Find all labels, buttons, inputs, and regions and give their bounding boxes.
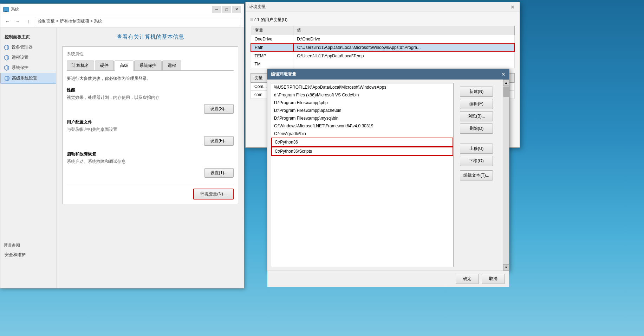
window-controls: ─ □ ✕ <box>212 6 241 13</box>
tab-hardware[interactable]: 硬件 <box>95 61 114 70</box>
performance-settings-button[interactable]: 设置(S)... <box>204 104 234 114</box>
path-item[interactable]: C:\Windows\Microsoft.NET\Framework64\v4.… <box>271 122 453 130</box>
sidebar-label: 设备管理器 <box>12 44 33 50</box>
scroll-up-arrow[interactable]: ▲ <box>503 80 509 86</box>
table-row-path[interactable]: Path C:\Users\llh11\AppData\Local\Micros… <box>251 43 514 52</box>
col-var: 变量 <box>251 26 293 35</box>
sidebar-item-device-manager[interactable]: 设备管理器 <box>0 42 56 52</box>
edit-env-titlebar: 编辑环境变量 ✕ <box>267 69 509 80</box>
col-val: 值 <box>293 26 514 35</box>
sidebar-item-sys-protect[interactable]: 系统保护 <box>0 63 56 73</box>
window-title: 系统 <box>11 6 210 12</box>
sidebar-item-security[interactable]: 安全和维护 <box>3 250 29 260</box>
path-item-python36[interactable]: C:\Python36 <box>271 138 453 147</box>
move-down-button[interactable]: 下移(O) <box>460 156 493 166</box>
edit-text-button[interactable]: 编辑文本(T)... <box>460 170 493 180</box>
path-item[interactable]: d:\Program Files (x86)\Microsoft VS Code… <box>271 91 453 99</box>
table-row[interactable]: TM <box>251 60 514 68</box>
window-icon <box>3 7 9 12</box>
path-item[interactable]: D:\Program Files\xampp\apache\bin <box>271 107 453 114</box>
path-item[interactable]: D:\Program Files\xampp\mysql\bin <box>271 114 453 122</box>
tab-remote[interactable]: 远程 <box>162 61 181 70</box>
user-profiles-settings-button[interactable]: 设置(E)... <box>204 136 234 146</box>
svg-rect-2 <box>4 12 8 12</box>
path-item[interactable]: C:\env\gradle\bin <box>271 130 453 138</box>
move-up-button[interactable]: 上移(U) <box>460 144 493 154</box>
user-profiles-section: 用户配置文件 与登录帐户相关的桌面设置 设置(E)... <box>67 119 234 146</box>
back-button[interactable]: ← <box>3 17 12 26</box>
sidebar-item-remote[interactable]: 远程设置 <box>0 52 56 63</box>
startup-desc: 系统启动、系统故障和调试信息 <box>67 159 234 165</box>
system-window: 系统 ─ □ ✕ ← → ↑ 控制面板 > 所有控制面板项 > 系统 控制面板主… <box>0 4 244 289</box>
path-list-area: %USERPROFILE%\AppData\Local\Microsoft\Wi… <box>267 80 457 271</box>
env-btn-row: 环境变量(N)... <box>67 185 234 199</box>
delete-path-button[interactable]: 删除(D) <box>460 123 493 134</box>
env-vars-close-button[interactable]: ✕ <box>509 4 516 10</box>
user-vars-table: 变量 值 OneDrive D:\OneDrive Path C:\Users\… <box>251 26 515 68</box>
performance-section: 性能 视觉效果，处理器计划，内存使用，以及虚拟内存 设置(S)... <box>67 87 234 114</box>
ok-button[interactable]: 确定 <box>456 274 479 284</box>
main-content: 查看有关计算机的基本信息 系统属性 计算机名 硬件 高级 系统保护 远程 要进行… <box>57 28 244 288</box>
address-field[interactable]: 控制面板 > 所有控制面板项 > 系统 <box>35 17 241 26</box>
table-row[interactable]: OneDrive D:\OneDrive <box>251 35 514 44</box>
svg-rect-1 <box>5 11 7 12</box>
address-bar: ← → ↑ 控制面板 > 所有控制面板项 > 系统 <box>0 15 244 28</box>
env-vars-window-title: 环境变量 <box>249 4 509 10</box>
table-row[interactable]: TEMP C:\Users\llh11\AppData\Local\Temp <box>251 52 514 60</box>
sidebar: 控制面板主页 设备管理器 远程设置 系统保护 高级系统设置 <box>0 28 57 288</box>
var-value: D:\OneDrive <box>293 35 514 44</box>
maximize-button[interactable]: □ <box>222 6 231 13</box>
tab-computer-name[interactable]: 计算机名 <box>67 61 94 70</box>
sidebar-label: 高级系统设置 <box>12 75 37 81</box>
tab-advanced[interactable]: 高级 <box>115 61 134 71</box>
var-value: C:\Users\llh11\AppData\Local\Microsoft\W… <box>293 43 514 52</box>
new-path-button[interactable]: 新建(N) <box>460 87 493 97</box>
forward-button[interactable]: → <box>14 17 22 26</box>
var-value <box>293 60 514 68</box>
edit-env-close-button[interactable]: ✕ <box>501 71 506 77</box>
scrollbar[interactable]: ▲ ▼ <box>503 80 509 271</box>
sidebar-label: 系统保护 <box>12 65 28 71</box>
startup-settings-button[interactable]: 设置(T)... <box>204 168 234 178</box>
scroll-down-arrow[interactable]: ▼ <box>503 264 509 271</box>
path-item-python36-scripts[interactable]: C:\Python36\Scripts <box>271 147 453 156</box>
var-name: TEMP <box>251 52 293 60</box>
scroll-thumb[interactable] <box>503 87 509 97</box>
path-listbox[interactable]: %USERPROFILE%\AppData\Local\Microsoft\Wi… <box>271 83 454 267</box>
close-button[interactable]: ✕ <box>232 6 241 13</box>
sys-props-title: 系统属性 <box>67 51 234 57</box>
edit-path-button[interactable]: 编辑(E) <box>460 99 493 109</box>
env-variables-button[interactable]: 环境变量(N)... <box>193 189 234 199</box>
system-body: 控制面板主页 设备管理器 远程设置 系统保护 高级系统设置 <box>0 28 244 288</box>
performance-desc: 视觉效果，处理器计划，内存使用，以及虚拟内存 <box>67 95 234 101</box>
other-section-label: 另请参阅 <box>3 242 29 248</box>
svg-rect-0 <box>4 8 8 11</box>
edit-env-dialog: 编辑环境变量 ✕ %USERPROFILE%\AppData\Local\Mic… <box>267 69 509 271</box>
var-value: C:\Users\llh11\AppData\Local\Temp <box>293 52 514 60</box>
tab-sys-protect[interactable]: 系统保护 <box>134 61 162 70</box>
cancel-button[interactable]: 取消 <box>482 274 505 284</box>
browse-path-button[interactable]: 浏览(B)... <box>460 111 493 121</box>
sidebar-security-label: 安全和维护 <box>5 252 26 258</box>
startup-section: 启动和故障恢复 系统启动、系统故障和调试信息 设置(T)... <box>67 151 234 178</box>
sys-properties-panel: 系统属性 计算机名 硬件 高级 系统保护 远程 要进行大多数更改，你必须作为管理… <box>62 46 238 204</box>
user-vars-title: llh11 的用户变量(U) <box>251 17 515 23</box>
system-titlebar: 系统 ─ □ ✕ <box>0 4 244 15</box>
sidebar-item-advanced[interactable]: 高级系统设置 <box>0 73 56 84</box>
admin-notice: 要进行大多数更改，你必须作为管理员登录。 <box>67 76 234 82</box>
sidebar-label: 远程设置 <box>12 55 28 61</box>
env-vars-titlebar: 环境变量 ✕ <box>246 2 520 12</box>
page-title: 查看有关计算机的基本信息 <box>62 33 238 41</box>
up-button[interactable]: ↑ <box>24 17 33 26</box>
performance-title: 性能 <box>67 87 234 93</box>
edit-env-sidebar: 新建(N) 编辑(E) 浏览(B)... 删除(D) 上移(U) 下移(O) 编… <box>457 83 496 184</box>
edit-env-title: 编辑环境变量 <box>271 71 501 77</box>
startup-title: 启动和故障恢复 <box>67 151 234 157</box>
edit-env-body: %USERPROFILE%\AppData\Local\Microsoft\Wi… <box>267 80 509 271</box>
var-name: OneDrive <box>251 35 293 44</box>
path-item[interactable]: D:\Program Files\xampp\php <box>271 99 453 107</box>
minimize-button[interactable]: ─ <box>212 6 221 13</box>
tabs-bar: 计算机名 硬件 高级 系统保护 远程 <box>67 61 234 71</box>
path-item[interactable]: %USERPROFILE%\AppData\Local\Microsoft\Wi… <box>271 83 453 91</box>
sidebar-title: 控制面板主页 <box>0 32 56 42</box>
